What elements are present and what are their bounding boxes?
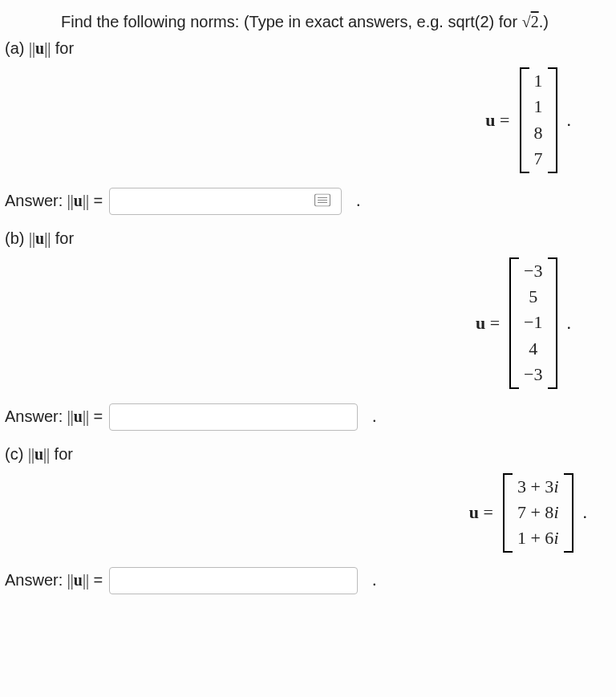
period: . — [372, 407, 376, 426]
instructions-suffix: .) — [539, 13, 549, 30]
period: . — [356, 192, 360, 210]
vec-entry: −3 — [524, 261, 542, 282]
vec-entry: 1 + 6i — [517, 528, 559, 549]
part-a-vector: u = 1 1 8 7 . — [5, 67, 611, 173]
vec-entry: 5 — [529, 286, 537, 307]
answer-label: Answer: ||u|| = — [5, 407, 103, 426]
vec-entry: 4 — [529, 338, 537, 359]
vec-entry: −1 — [524, 312, 542, 333]
vec-entry: 7 + 8i — [517, 502, 559, 523]
period: . — [567, 110, 572, 131]
vec-entry: 8 — [534, 123, 543, 144]
part-b-label: (b) ||u|| for — [5, 229, 611, 248]
matrix-c: 3 + 3i 7 + 8i 1 + 6i — [503, 473, 573, 553]
answer-label: Answer: ||u|| = — [5, 571, 103, 590]
part-c-answer-row: Answer: ||u|| = . — [5, 567, 611, 594]
part-c-vector: u = 3 + 3i 7 + 8i 1 + 6i . — [5, 473, 611, 553]
sqrt-arg: 2 — [531, 13, 539, 30]
part-a-label: (a) ||u|| for — [5, 39, 611, 58]
part-b-answer-row: Answer: ||u|| = . — [5, 403, 611, 431]
answer-label: Answer: ||u|| = — [5, 192, 103, 210]
part-a-answer-row: Answer: ||u|| = . — [5, 188, 611, 215]
vector-lhs: u = — [476, 313, 500, 334]
period: . — [567, 313, 572, 334]
instructions: Find the following norms: (Type in exact… — [61, 13, 611, 31]
instructions-prefix: Find the following norms: (Type in exact… — [61, 13, 522, 30]
vector-lhs: u = — [485, 110, 509, 131]
part-b-vector: u = −3 5 −1 4 −3 . — [5, 257, 611, 389]
vector-lhs: u = — [469, 502, 493, 523]
period: . — [583, 502, 588, 523]
vec-entry: 1 — [534, 96, 543, 117]
answer-input-c[interactable] — [109, 567, 358, 594]
vec-entry: 1 — [534, 71, 543, 91]
answer-input-b[interactable] — [109, 403, 358, 431]
matrix-b: −3 5 −1 4 −3 — [509, 257, 557, 389]
vec-entry: 3 + 3i — [517, 476, 559, 497]
vec-entry: −3 — [524, 364, 542, 385]
part-c-label: (c) ||u|| for — [5, 445, 611, 464]
vec-entry: 7 — [534, 148, 543, 169]
sqrt-symbol: √ — [522, 13, 531, 30]
period: . — [372, 571, 376, 590]
answer-input-a[interactable] — [109, 188, 342, 215]
matrix-a: 1 1 8 7 — [520, 67, 557, 173]
